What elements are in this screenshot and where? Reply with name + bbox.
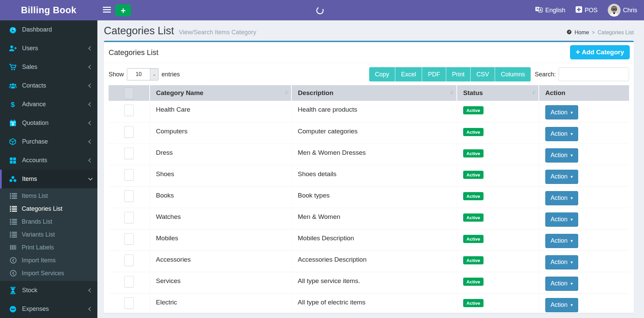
export-button-group: Copy Excel PDF Print CSV Columns: [369, 67, 531, 81]
select-all-header[interactable]: [109, 85, 150, 101]
status-badge: Active: [463, 106, 484, 114]
sidebar-item-sales[interactable]: Sales: [0, 58, 97, 76]
action-dropdown-button[interactable]: Action▾: [545, 148, 579, 163]
caret-down-icon: ▾: [571, 281, 573, 286]
caret-down-icon: ▾: [571, 217, 573, 222]
row-checkbox[interactable]: [124, 190, 134, 202]
row-checkbox[interactable]: [124, 105, 134, 116]
chevron-left-icon: [88, 65, 93, 69]
add-category-button[interactable]: + Add Category: [570, 45, 630, 59]
cube-icon: [8, 138, 17, 146]
select-all-checkbox[interactable]: [124, 88, 134, 99]
sidebar-item-label: Accounts: [22, 157, 47, 164]
top-navbar: Billing Book + English: [0, 0, 644, 20]
show-entries-control: Show 10 ⌄ entries: [109, 68, 180, 80]
list-icon: [9, 205, 17, 212]
column-header-status[interactable]: Status ↓↑: [457, 85, 539, 101]
quick-add-button[interactable]: +: [115, 4, 131, 16]
panel-title: Categories List: [109, 48, 158, 57]
status-badge: Active: [463, 299, 484, 307]
main-content: Categories List View/Search Items Catego…: [97, 20, 644, 318]
action-dropdown-button[interactable]: Action▾: [545, 255, 579, 269]
language-menu[interactable]: English: [535, 6, 565, 14]
sidebar-item-contacts[interactable]: Contacts: [0, 76, 97, 95]
table-controls: Show 10 ⌄ entries Copy Excel PDF Print C…: [104, 66, 634, 83]
sidebar-subitem-import-services[interactable]: Import Services: [0, 267, 97, 280]
chevron-left-icon: [88, 288, 93, 293]
sidebar-item-purchase[interactable]: Purchase: [0, 132, 97, 151]
app-logo[interactable]: Billing Book: [0, 0, 97, 20]
copy-button[interactable]: Copy: [369, 67, 395, 81]
category-name-cell: Mobiles: [150, 229, 291, 250]
sort-icon: ↓↑: [532, 89, 535, 95]
arrow-circle-left-icon: [9, 257, 17, 264]
sidebar-subitem-label: Categories List: [22, 205, 62, 212]
row-checkbox[interactable]: [124, 148, 134, 159]
row-checkbox[interactable]: [124, 233, 134, 245]
action-dropdown-button[interactable]: Action▾: [545, 234, 579, 248]
print-button[interactable]: Print: [446, 67, 470, 81]
row-checkbox[interactable]: [124, 126, 134, 138]
action-dropdown-button[interactable]: Action▾: [545, 212, 579, 227]
dashboard-icon: [566, 29, 572, 36]
row-checkbox[interactable]: [124, 297, 134, 309]
action-dropdown-button[interactable]: Action▾: [545, 127, 579, 141]
sidebar-item-stock[interactable]: Stock: [0, 281, 97, 300]
sidebar-subitem-items-list[interactable]: Items List: [0, 189, 97, 202]
sidebar-subitem-variants-list[interactable]: Variants List: [0, 228, 97, 241]
page-size-select[interactable]: 10 ⌄: [127, 68, 158, 80]
categories-table: Category Name ↓↑ Description ↓↑ Status ↓…: [109, 85, 629, 313]
table-row: Dress Men & Women Dresses Active Action▾: [109, 144, 629, 165]
sidebar-item-users[interactable]: Users: [0, 39, 97, 58]
action-dropdown-button[interactable]: Action▾: [545, 105, 579, 119]
excel-button[interactable]: Excel: [395, 67, 422, 81]
minus-circle-icon: [8, 305, 17, 313]
sidebar-subitem-categories-list[interactable]: Categories List: [0, 202, 97, 215]
sidebar-item-advance[interactable]: $ Advance: [0, 95, 97, 114]
chevron-left-icon: [88, 46, 93, 51]
sidebar-item-label: Expenses: [22, 305, 49, 313]
description-cell: Computer categories: [291, 122, 457, 144]
row-checkbox[interactable]: [124, 212, 134, 223]
sidebar-item-items[interactable]: Items: [0, 170, 97, 188]
breadcrumb-home-link[interactable]: Home: [566, 29, 589, 36]
table-row: Computers Computer categories Active Act…: [109, 122, 629, 144]
user-menu[interactable]: Chris: [608, 4, 637, 17]
dashboard-icon: [8, 26, 17, 34]
description-cell: Men & Women Dresses: [291, 144, 457, 165]
chevron-left-icon: [88, 102, 93, 107]
action-dropdown-button[interactable]: Action▾: [545, 170, 579, 184]
column-header-category-name[interactable]: Category Name ↓↑: [150, 85, 291, 101]
action-dropdown-button[interactable]: Action▾: [545, 298, 579, 312]
pdf-button[interactable]: PDF: [422, 67, 446, 81]
row-checkbox[interactable]: [124, 255, 134, 266]
sidebar-item-dashboard[interactable]: Dashboard: [0, 20, 97, 39]
search-input[interactable]: [558, 68, 629, 81]
status-badge: Active: [463, 213, 484, 222]
breadcrumb-separator: >: [592, 30, 595, 36]
action-dropdown-button[interactable]: Action▾: [545, 191, 579, 205]
category-name-cell: Health Care: [150, 101, 291, 122]
loading-spinner-icon: [315, 6, 325, 15]
sidebar-toggle-icon[interactable]: [103, 7, 111, 14]
calendar-plus-icon: [8, 119, 17, 127]
dollar-icon: $: [8, 100, 17, 109]
sidebar-subitem-print-labels[interactable]: Print Labels: [0, 241, 97, 254]
column-header-description[interactable]: Description ↓↑: [291, 85, 457, 101]
status-badge: Active: [463, 192, 484, 200]
application-window: Billing Book + English: [0, 0, 644, 318]
csv-button[interactable]: CSV: [470, 67, 495, 81]
sidebar-subitem-brands-list[interactable]: Brands List: [0, 215, 97, 228]
row-checkbox[interactable]: [124, 276, 134, 287]
sidebar-item-quotation[interactable]: Quotation: [0, 114, 97, 132]
sidebar-item-label: Advance: [22, 101, 46, 108]
row-checkbox[interactable]: [124, 169, 134, 181]
pos-menu[interactable]: POS: [575, 6, 598, 15]
action-dropdown-button[interactable]: Action▾: [545, 277, 579, 291]
category-name-cell: Watches: [150, 208, 291, 229]
sidebar-subitem-label: Print Labels: [22, 244, 54, 251]
columns-button[interactable]: Columns: [495, 67, 531, 81]
sidebar-item-accounts[interactable]: Accounts: [0, 151, 97, 170]
sidebar-item-expenses[interactable]: Expenses: [0, 300, 97, 318]
sidebar-subitem-import-items[interactable]: Import Items: [0, 254, 97, 267]
